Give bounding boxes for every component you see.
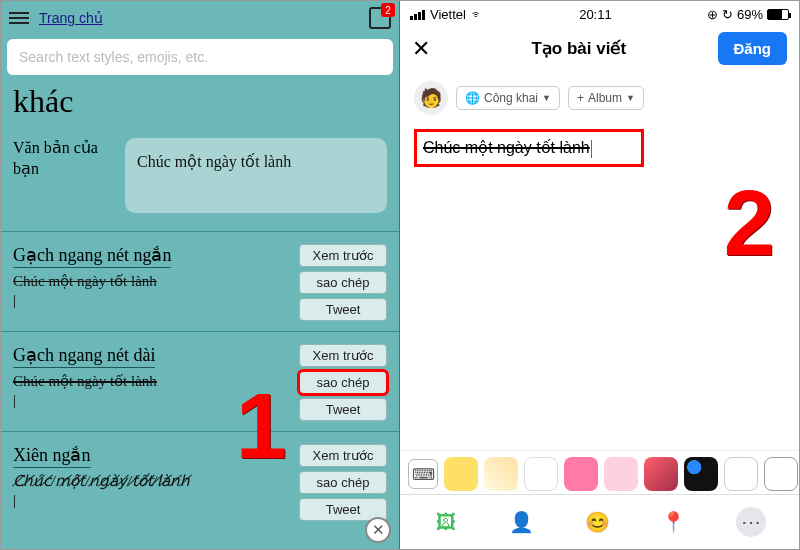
avatar[interactable]: 🧑: [414, 81, 448, 115]
close-button[interactable]: ✕: [412, 36, 440, 62]
copy-button[interactable]: sao chép: [299, 371, 387, 394]
chevron-down-icon: ▼: [542, 93, 551, 103]
post-button[interactable]: Đăng: [718, 32, 788, 65]
globe-icon: 🌐: [465, 91, 480, 105]
bg-swatch-emoji-yellow[interactable]: [444, 457, 478, 491]
battery-icon: [767, 9, 789, 20]
bg-swatch-heart[interactable]: [604, 457, 638, 491]
bg-swatch-rings[interactable]: [724, 457, 758, 491]
clipboard-icon[interactable]: 2: [369, 7, 391, 29]
home-link[interactable]: Trang chủ: [39, 10, 103, 26]
menu-icon[interactable]: [9, 12, 29, 24]
compose-text: Chúc một ngày tốt lành: [423, 139, 590, 156]
bg-swatch-blank[interactable]: [524, 457, 558, 491]
preview-button[interactable]: Xem trước: [299, 344, 387, 367]
section-heading: khác: [1, 83, 399, 128]
background-picker: ⌨: [400, 450, 799, 497]
plus-icon: +: [577, 91, 584, 105]
signal-icon: [410, 10, 425, 20]
photo-icon[interactable]: 🖼: [433, 509, 459, 535]
battery-pct: 69%: [737, 7, 763, 22]
tag-people-icon[interactable]: 👤: [509, 509, 535, 535]
bg-swatch-dark[interactable]: [684, 457, 718, 491]
wifi-icon: ᯤ: [471, 7, 484, 22]
style-sample: Chúc một ngày tốt lành: [13, 272, 291, 290]
feeling-icon[interactable]: 😊: [584, 509, 610, 535]
location-icon[interactable]: 📍: [660, 509, 686, 535]
close-icon[interactable]: ✕: [365, 517, 391, 543]
compose-input[interactable]: Chúc một ngày tốt lành: [414, 129, 644, 167]
notif-badge: 2: [381, 3, 395, 17]
bg-swatch-red-grad[interactable]: [644, 457, 678, 491]
album-chip[interactable]: + Album ▼: [568, 86, 644, 110]
text-cursor: [591, 140, 592, 158]
chevron-down-icon: ▼: [626, 93, 635, 103]
bg-swatch-keyboard[interactable]: ⌨: [408, 459, 438, 489]
annotation-2: 2: [724, 171, 775, 276]
facebook-compose: Viettel ᯤ 20:11 ⊕ ↻ 69% ✕ Tạo bài viết Đ…: [400, 1, 799, 549]
your-text-label: Văn bản của bạn: [13, 138, 113, 180]
tweet-button[interactable]: Tweet: [299, 398, 387, 421]
copy-button[interactable]: sao chép: [299, 471, 387, 494]
style-long-strike: Gạch ngang nét dài Chúc một ngày tốt làn…: [1, 338, 399, 431]
style-slash: Xiên ngắn C̸h̸ú̸c̸/m̸ộ̸t̸/n̸g̸à̸y̸/t̸ố̸t…: [1, 438, 399, 531]
bg-swatch-pattern[interactable]: [484, 457, 518, 491]
audience-chip[interactable]: 🌐 Công khai ▼: [456, 86, 560, 110]
clock: 20:11: [579, 7, 612, 22]
carrier: Viettel: [430, 7, 466, 22]
tweet-button[interactable]: Tweet: [299, 298, 387, 321]
your-text-input[interactable]: Chúc một ngày tốt lành: [125, 138, 387, 213]
bg-swatch-pink[interactable]: [564, 457, 598, 491]
preview-button[interactable]: Xem trước: [299, 244, 387, 267]
page-title: Tạo bài viết: [440, 38, 718, 59]
copy-button[interactable]: sao chép: [299, 271, 387, 294]
more-icon[interactable]: ⋯: [736, 507, 766, 537]
annotation-1: 1: [236, 374, 287, 479]
status-bar: Viettel ᯤ 20:11 ⊕ ↻ 69%: [400, 1, 799, 24]
style-title: Xiên ngắn: [13, 444, 91, 468]
bg-swatch-grid[interactable]: [764, 457, 798, 491]
rotate-lock-icon: ↻: [722, 7, 733, 22]
style-short-strike: Gạch ngang nét ngắn Chúc một ngày tốt là…: [1, 238, 399, 331]
alarm-icon: ⊕: [707, 7, 718, 22]
search-input[interactable]: [7, 39, 393, 75]
style-title: Gạch ngang nét ngắn: [13, 244, 171, 268]
action-bar: 🖼 👤 😊 📍 ⋯: [400, 494, 799, 549]
text-style-app: Trang chủ 2 khác Văn bản của bạn Chúc mộ…: [1, 1, 400, 549]
preview-button[interactable]: Xem trước: [299, 444, 387, 467]
style-title: Gạch ngang nét dài: [13, 344, 155, 368]
